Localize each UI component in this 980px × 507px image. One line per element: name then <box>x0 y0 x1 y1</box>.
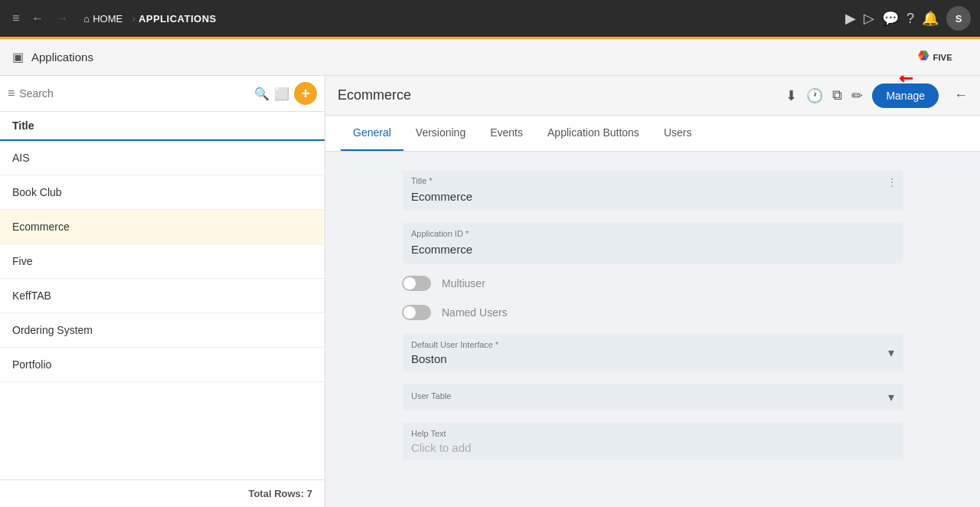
tab-versioning[interactable]: Versioning <box>403 116 478 151</box>
sidebar-item-portfolio[interactable]: Portfolio <box>0 348 325 382</box>
sidebar-item-label: Five <box>12 255 32 267</box>
history-icon[interactable]: 🕐 <box>806 87 823 104</box>
total-rows-label: Total Rows: 7 <box>248 488 312 499</box>
help-text-placeholder: Click to add <box>411 441 894 454</box>
drag-handle-icon: ⋮ <box>887 176 897 188</box>
content-area: Ecommerce ⬇ 🕐 ⧉ ✏ Manage ↙ ← General Ver… <box>325 76 980 507</box>
sidebar-search-bar: ≡ 🔍 ⬜ + <box>0 76 325 112</box>
manage-button-container: Manage ↙ <box>872 83 939 108</box>
back-icon[interactable]: ← <box>28 8 47 28</box>
chevron-down-icon: ▾ <box>888 345 894 360</box>
play-icon[interactable]: ▶ <box>845 10 856 27</box>
home-label: HOME <box>93 13 122 25</box>
user-table-inner: User Table <box>411 391 888 404</box>
main-layout: ≡ 🔍 ⬜ + Title AIS Book Club Ecommerce Fi… <box>0 76 980 507</box>
content-toolbar: Ecommerce ⬇ 🕐 ⧉ ✏ Manage ↙ ← <box>325 76 980 116</box>
app-id-field-label: Application ID * <box>411 229 894 238</box>
title-field-value[interactable]: Ecommerce <box>411 188 894 204</box>
tab-label: General <box>353 126 391 139</box>
default-ui-field[interactable]: Default User Interface * Boston ▾ <box>402 334 903 371</box>
home-nav-button[interactable]: ⌂ HOME <box>77 10 129 28</box>
home-icon: ⌂ <box>83 13 90 25</box>
tab-label: Users <box>664 126 692 139</box>
tab-general[interactable]: General <box>341 116 403 151</box>
add-button[interactable]: + <box>294 82 317 105</box>
help-text-label: Help Text <box>411 429 894 438</box>
svg-text:FIVE: FIVE <box>933 52 953 61</box>
sidebar-item-label: Portfolio <box>12 358 51 371</box>
app-id-field-value[interactable]: Ecommerce <box>411 241 894 257</box>
default-ui-label: Default User Interface * <box>411 340 888 349</box>
form-area: Title * Ecommerce ⋮ Application ID * Eco… <box>325 152 980 507</box>
manage-button[interactable]: Manage <box>872 83 939 108</box>
breadcrumb: ⌂ HOME › APPLICATIONS <box>77 10 839 28</box>
tab-events[interactable]: Events <box>478 116 535 151</box>
tabs-bar: General Versioning Events Application Bu… <box>325 116 980 152</box>
sidebar-item-ais[interactable]: AIS <box>0 141 325 175</box>
search-icon[interactable]: 🔍 <box>254 87 270 101</box>
sidebar-list: AIS Book Club Ecommerce Five KeffTAB Ord… <box>0 141 325 479</box>
named-users-toggle[interactable] <box>402 305 431 320</box>
content-title: Ecommerce <box>338 87 779 103</box>
copy-icon[interactable]: ⧉ <box>832 87 842 103</box>
sidebar-item-kefftab[interactable]: KeffTAB <box>0 279 325 313</box>
svg-marker-3 <box>918 51 923 55</box>
default-ui-value: Boston <box>411 352 888 365</box>
search-input[interactable] <box>19 87 250 100</box>
app-header: ▣ Applications FIVE <box>0 39 980 76</box>
hamburger-icon[interactable]: ≡ <box>9 8 22 28</box>
sidebar-item-label: Book Club <box>12 186 62 198</box>
video-icon[interactable]: ▷ <box>864 10 874 27</box>
export-icon[interactable]: ⬜ <box>274 87 289 101</box>
toolbar-icons: ⬇ 🕐 ⧉ ✏ Manage ↙ ← <box>786 83 968 108</box>
user-avatar[interactable]: S <box>946 6 971 31</box>
sidebar-item-label: Ordering System <box>12 324 93 336</box>
chat-icon[interactable]: 💬 <box>882 10 899 27</box>
sidebar-item-label: Ecommerce <box>12 221 70 233</box>
tab-users[interactable]: Users <box>652 116 704 151</box>
five-logo-svg: FIVE <box>914 46 968 69</box>
svg-marker-4 <box>923 51 929 55</box>
sidebar-item-bookclub[interactable]: Book Club <box>0 175 325 210</box>
default-ui-inner: Default User Interface * Boston <box>411 340 888 365</box>
content-back-icon[interactable]: ← <box>954 87 968 103</box>
sidebar: ≡ 🔍 ⬜ + Title AIS Book Club Ecommerce Fi… <box>0 76 325 507</box>
multiuser-row: Multiuser <box>402 276 903 291</box>
topbar-right: ▶ ▷ 💬 ? 🔔 S <box>845 6 971 31</box>
tab-label: Events <box>490 126 523 139</box>
tab-label: Versioning <box>416 126 466 139</box>
tab-application-buttons[interactable]: Application Buttons <box>535 116 652 151</box>
sidebar-item-ordering[interactable]: Ordering System <box>0 313 325 348</box>
breadcrumb-separator: › <box>132 12 136 25</box>
sidebar-column-header: Title <box>0 112 325 141</box>
applications-breadcrumb: APPLICATIONS <box>139 13 217 25</box>
help-icon[interactable]: ? <box>906 11 914 27</box>
title-field-label: Title * <box>411 176 894 185</box>
sidebar-item-ecommerce[interactable]: Ecommerce <box>0 210 325 244</box>
title-field[interactable]: Title * Ecommerce ⋮ <box>402 170 903 211</box>
bell-icon[interactable]: 🔔 <box>922 10 939 27</box>
sidebar-item-label: KeffTAB <box>12 289 51 302</box>
forward-icon[interactable]: → <box>53 8 71 28</box>
sidebar-item-label: AIS <box>12 152 30 164</box>
user-table-label: User Table <box>411 391 888 401</box>
multiuser-toggle[interactable] <box>402 276 431 291</box>
help-text-field[interactable]: Help Text Click to add <box>402 423 903 460</box>
title-column-label: Title <box>12 119 34 132</box>
sidebar-footer: Total Rows: 7 <box>0 479 325 507</box>
chevron-down-icon: ▾ <box>888 390 894 404</box>
tab-label: Application Buttons <box>547 126 639 139</box>
sidebar-toggle-icon[interactable]: ▣ <box>12 50 24 64</box>
user-table-field[interactable]: User Table ▾ <box>402 384 903 411</box>
app-header-title: Applications <box>31 51 93 64</box>
sidebar-item-five[interactable]: Five <box>0 244 325 279</box>
app-id-field[interactable]: Application ID * Ecommerce <box>402 223 903 263</box>
named-users-row: Named Users <box>402 305 903 320</box>
edit-icon[interactable]: ✏ <box>851 87 863 104</box>
multiuser-label: Multiuser <box>442 277 485 289</box>
topbar: ≡ ← → ⌂ HOME › APPLICATIONS ▶ ▷ 💬 ? 🔔 S <box>0 0 980 37</box>
filter-icon[interactable]: ≡ <box>8 87 15 100</box>
five-logo: FIVE <box>914 46 968 69</box>
named-users-label: Named Users <box>442 306 508 319</box>
download-icon[interactable]: ⬇ <box>786 87 797 104</box>
